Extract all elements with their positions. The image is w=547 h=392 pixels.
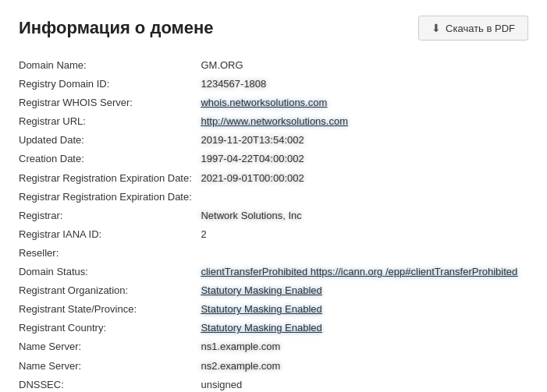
field-label: Registry Domain ID: [19,75,201,94]
page-header: Информация о домене ⬇ Скачать в PDF [19,16,528,41]
field-value: Network Solutions, Inc [201,207,528,225]
table-row: Domain Status:clientTransferProhibited h… [19,263,528,281]
field-label: Reseller: [19,244,201,263]
table-row: Registrar Registration Expiration Date:2… [19,169,528,188]
table-row: Name Server:ns1.example.com [19,337,528,356]
field-value: ns2.example.com [201,357,528,376]
field-label: Creation Date: [19,150,201,168]
field-value: 2019-11-20T13:54:002 [201,131,528,150]
field-label: Registrant Organization: [19,281,201,300]
field-label: Updated Date: [19,131,201,150]
table-row: Registrar:Network Solutions, Inc [19,207,528,225]
table-row: Registrar IANA ID:2 [19,225,528,244]
table-row: Registry Domain ID:1234567-1808 [19,75,528,94]
field-label: Registrar WHOIS Server: [19,94,201,112]
field-label: Registrar Registration Expiration Date: [19,188,201,207]
field-label: Registrar IANA ID: [19,225,201,244]
field-label: Registrant Country: [19,319,201,337]
field-value: GM.ORG [201,56,528,75]
field-value: Statutory Masking Enabled [201,300,528,319]
download-btn-label: Скачать в PDF [446,23,515,34]
field-label: Registrar Registration Expiration Date: [19,169,201,188]
table-row: Registrar WHOIS Server:whois.networksolu… [19,94,528,112]
download-pdf-button[interactable]: ⬇ Скачать в PDF [418,16,528,41]
field-value: Statutory Masking Enabled [201,319,528,337]
field-value: 1234567-1808 [201,75,528,94]
field-label: Registrar: [19,207,201,225]
field-value: 2 [201,225,528,244]
field-label: Domain Status: [19,263,201,281]
table-row: Registrar URL:http://www.networksolution… [19,112,528,131]
table-row: Creation Date:1997-04-22T04:00:002 [19,150,528,168]
field-value [201,188,528,207]
download-icon: ⬇ [432,22,441,34]
table-row: Registrant Organization:Statutory Maskin… [19,281,528,300]
table-row: DNSSEC:unsigned [19,376,528,392]
field-label: DNSSEC: [19,376,201,392]
field-value: Statutory Masking Enabled [201,281,528,300]
field-label: Name Server: [19,357,201,376]
table-row: Registrar Registration Expiration Date: [19,188,528,207]
field-value: 2021-09-01T00:00:002 [201,169,528,188]
field-label: Domain Name: [19,56,201,75]
field-value: http://www.networksolutions.com [201,112,528,131]
table-row: Registrant State/Province:Statutory Mask… [19,300,528,319]
table-row: Name Server:ns2.example.com [19,357,528,376]
page-title: Информация о домене [19,18,214,38]
field-value [201,244,528,263]
table-row: Reseller: [19,244,528,263]
field-label: Name Server: [19,337,201,356]
field-value: whois.networksolutions.com [201,94,528,112]
field-value: 1997-04-22T04:00:002 [201,150,528,168]
field-label: Registrar URL: [19,112,201,131]
field-value: ns1.example.com [201,337,528,356]
field-label: Registrant State/Province: [19,300,201,319]
domain-info-table: Domain Name:GM.ORGRegistry Domain ID:123… [19,56,528,392]
field-value: clientTransferProhibited https://icann.o… [201,263,528,281]
field-value: unsigned [201,376,528,392]
table-row: Registrant Country:Statutory Masking Ena… [19,319,528,337]
table-row: Updated Date:2019-11-20T13:54:002 [19,131,528,150]
table-row: Domain Name:GM.ORG [19,56,528,75]
